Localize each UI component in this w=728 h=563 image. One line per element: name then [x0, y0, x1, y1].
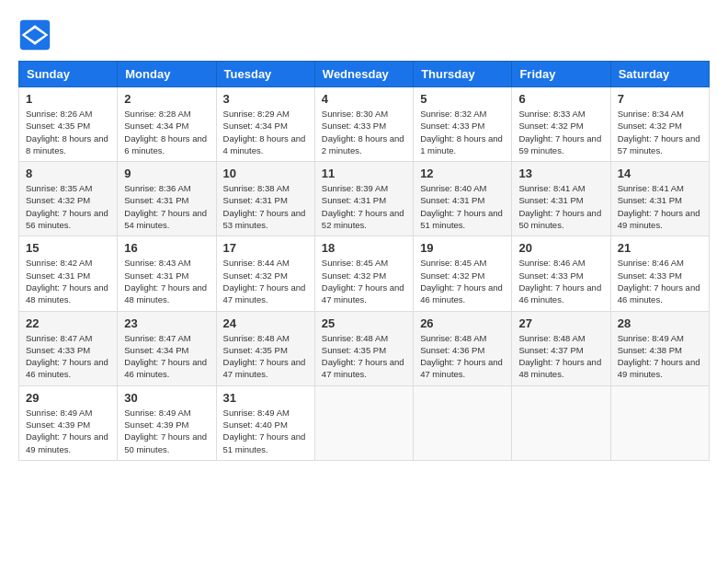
sunrise-text: Sunrise: 8:42 AM: [26, 258, 92, 268]
day-info: Sunrise: 8:41 AM Sunset: 4:31 PM Dayligh…: [618, 182, 702, 231]
calendar-cell: 6 Sunrise: 8:33 AM Sunset: 4:32 PM Dayli…: [512, 87, 610, 162]
day-info: Sunrise: 8:47 AM Sunset: 4:34 PM Dayligh…: [124, 332, 209, 381]
day-info: Sunrise: 8:28 AM Sunset: 4:34 PM Dayligh…: [124, 108, 209, 156]
sunrise-text: Sunrise: 8:44 AM: [223, 258, 290, 268]
day-number: 30: [124, 391, 209, 405]
sunrise-text: Sunrise: 8:45 AM: [322, 258, 388, 268]
day-number: 24: [223, 316, 308, 330]
day-info: Sunrise: 8:32 AM Sunset: 4:33 PM Dayligh…: [420, 108, 505, 156]
day-number: 29: [26, 391, 110, 405]
day-number: 16: [124, 241, 209, 255]
sunrise-text: Sunrise: 8:49 AM: [26, 408, 92, 418]
day-info: Sunrise: 8:49 AM Sunset: 4:40 PM Dayligh…: [223, 407, 308, 455]
sunrise-text: Sunrise: 8:40 AM: [420, 183, 486, 193]
calendar-cell: 14 Sunrise: 8:41 AM Sunset: 4:31 PM Dayl…: [610, 162, 709, 236]
sunset-text: Sunset: 4:35 PM: [223, 345, 288, 355]
calendar-cell: 23 Sunrise: 8:47 AM Sunset: 4:34 PM Dayl…: [118, 311, 216, 385]
sunrise-text: Sunrise: 8:41 AM: [618, 183, 684, 193]
sunrise-text: Sunrise: 8:46 AM: [618, 258, 684, 268]
page-container: SundayMondayTuesdayWednesdayThursdayFrid…: [18, 18, 710, 461]
weekday-header-monday: Monday: [118, 62, 216, 87]
sunset-text: Sunset: 4:39 PM: [26, 419, 90, 430]
sunset-text: Sunset: 4:31 PM: [124, 195, 188, 205]
day-info: Sunrise: 8:39 AM Sunset: 4:31 PM Dayligh…: [322, 182, 406, 231]
calendar-cell: 21 Sunrise: 8:46 AM Sunset: 4:33 PM Dayl…: [610, 236, 709, 311]
day-number: 26: [420, 316, 505, 330]
calendar-cell: 27 Sunrise: 8:48 AM Sunset: 4:37 PM Dayl…: [512, 311, 610, 385]
header: [18, 18, 710, 52]
daylight-text: Daylight: 8 hours and 4 minutes.: [223, 133, 306, 155]
sunset-text: Sunset: 4:33 PM: [518, 270, 583, 281]
daylight-text: Daylight: 7 hours and 47 minutes.: [322, 357, 404, 379]
sunset-text: Sunset: 4:31 PM: [618, 195, 682, 205]
daylight-text: Daylight: 7 hours and 57 minutes.: [618, 133, 700, 155]
daylight-text: Daylight: 8 hours and 8 minutes.: [26, 133, 108, 155]
sunset-text: Sunset: 4:32 PM: [26, 195, 90, 205]
sunset-text: Sunset: 4:32 PM: [420, 270, 484, 281]
day-info: Sunrise: 8:34 AM Sunset: 4:32 PM Dayligh…: [618, 108, 702, 156]
day-info: Sunrise: 8:35 AM Sunset: 4:32 PM Dayligh…: [26, 182, 110, 231]
day-number: 27: [518, 316, 603, 330]
weekday-header-wednesday: Wednesday: [314, 62, 413, 87]
calendar-cell: [610, 385, 709, 460]
calendar-cell: 17 Sunrise: 8:44 AM Sunset: 4:32 PM Dayl…: [216, 236, 314, 311]
day-info: Sunrise: 8:45 AM Sunset: 4:32 PM Dayligh…: [322, 257, 406, 305]
calendar-cell: 7 Sunrise: 8:34 AM Sunset: 4:32 PM Dayli…: [610, 87, 709, 162]
sunset-text: Sunset: 4:33 PM: [26, 345, 90, 355]
sunrise-text: Sunrise: 8:47 AM: [26, 333, 92, 343]
daylight-text: Daylight: 7 hours and 49 minutes.: [618, 208, 700, 230]
calendar-cell: 29 Sunrise: 8:49 AM Sunset: 4:39 PM Dayl…: [19, 385, 118, 460]
daylight-text: Daylight: 7 hours and 47 minutes.: [223, 282, 306, 304]
day-number: 22: [26, 316, 110, 330]
day-number: 28: [618, 316, 702, 330]
sunrise-text: Sunrise: 8:29 AM: [223, 109, 290, 119]
day-number: 7: [618, 92, 702, 106]
sunrise-text: Sunrise: 8:47 AM: [124, 333, 190, 343]
calendar-cell: 16 Sunrise: 8:43 AM Sunset: 4:31 PM Dayl…: [118, 236, 216, 311]
sunset-text: Sunset: 4:31 PM: [322, 195, 386, 205]
sunset-text: Sunset: 4:32 PM: [618, 121, 682, 131]
calendar-cell: 26 Sunrise: 8:48 AM Sunset: 4:36 PM Dayl…: [414, 311, 512, 385]
day-number: 12: [420, 167, 505, 180]
sunrise-text: Sunrise: 8:49 AM: [618, 333, 684, 343]
day-number: 11: [322, 167, 406, 180]
day-number: 3: [223, 92, 308, 106]
sunrise-text: Sunrise: 8:38 AM: [223, 183, 290, 193]
day-info: Sunrise: 8:46 AM Sunset: 4:33 PM Dayligh…: [518, 257, 603, 305]
calendar-week-row: 15 Sunrise: 8:42 AM Sunset: 4:31 PM Dayl…: [19, 236, 710, 311]
calendar-cell: 18 Sunrise: 8:45 AM Sunset: 4:32 PM Dayl…: [314, 236, 413, 311]
daylight-text: Daylight: 7 hours and 56 minutes.: [26, 208, 108, 230]
day-number: 19: [420, 241, 505, 255]
daylight-text: Daylight: 7 hours and 46 minutes.: [124, 357, 207, 379]
day-info: Sunrise: 8:48 AM Sunset: 4:35 PM Dayligh…: [322, 332, 406, 381]
sunset-text: Sunset: 4:33 PM: [420, 121, 484, 131]
day-number: 1: [26, 92, 110, 106]
weekday-header-saturday: Saturday: [610, 62, 709, 87]
sunset-text: Sunset: 4:31 PM: [124, 270, 188, 281]
logo: [18, 18, 57, 52]
sunset-text: Sunset: 4:35 PM: [26, 121, 90, 131]
sunset-text: Sunset: 4:32 PM: [518, 121, 583, 131]
calendar-cell: 30 Sunrise: 8:49 AM Sunset: 4:39 PM Dayl…: [118, 385, 216, 460]
sunset-text: Sunset: 4:34 PM: [124, 345, 188, 355]
sunrise-text: Sunrise: 8:26 AM: [26, 109, 92, 119]
day-info: Sunrise: 8:26 AM Sunset: 4:35 PM Dayligh…: [26, 108, 110, 156]
calendar-week-row: 29 Sunrise: 8:49 AM Sunset: 4:39 PM Dayl…: [19, 385, 710, 460]
daylight-text: Daylight: 7 hours and 46 minutes.: [26, 357, 108, 379]
day-number: 21: [618, 241, 702, 255]
calendar-cell: 28 Sunrise: 8:49 AM Sunset: 4:38 PM Dayl…: [610, 311, 709, 385]
calendar-table: SundayMondayTuesdayWednesdayThursdayFrid…: [18, 61, 710, 461]
calendar-cell: 20 Sunrise: 8:46 AM Sunset: 4:33 PM Dayl…: [512, 236, 610, 311]
weekday-header-sunday: Sunday: [19, 62, 118, 87]
day-info: Sunrise: 8:46 AM Sunset: 4:33 PM Dayligh…: [618, 257, 702, 305]
calendar-cell: 31 Sunrise: 8:49 AM Sunset: 4:40 PM Dayl…: [216, 385, 314, 460]
calendar-cell: [414, 385, 512, 460]
sunset-text: Sunset: 4:31 PM: [26, 270, 90, 281]
calendar-cell: 4 Sunrise: 8:30 AM Sunset: 4:33 PM Dayli…: [314, 87, 413, 162]
daylight-text: Daylight: 7 hours and 46 minutes.: [618, 282, 700, 304]
sunrise-text: Sunrise: 8:28 AM: [124, 109, 190, 119]
day-number: 20: [518, 241, 603, 255]
sunset-text: Sunset: 4:36 PM: [420, 345, 484, 355]
day-info: Sunrise: 8:47 AM Sunset: 4:33 PM Dayligh…: [26, 332, 110, 381]
sunrise-text: Sunrise: 8:36 AM: [124, 183, 190, 193]
